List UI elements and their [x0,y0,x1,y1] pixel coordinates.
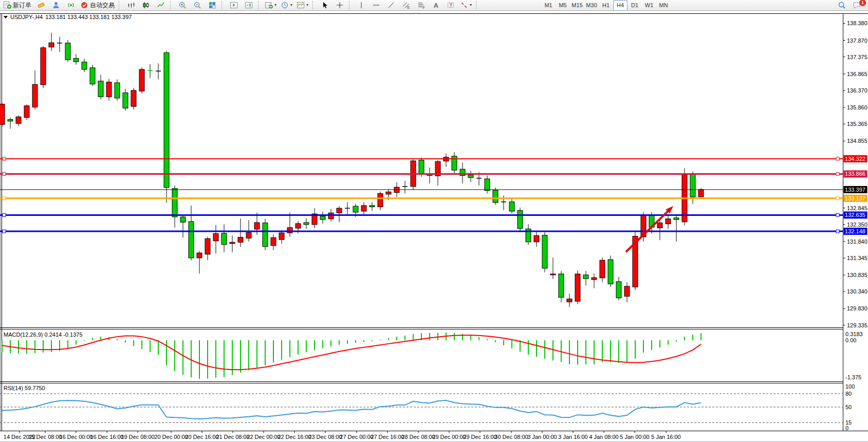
timeframe-M15[interactable]: M15 [570,0,584,11]
macd-values: 0.2414 -0.1375 [44,332,82,338]
templates-button[interactable]: ▾ [294,0,310,11]
toolbar-left: 新订单自动交易▾▾▾EFAT▾M1M5M15M30H1H4D1W1MN [1,0,671,11]
search-icon [838,1,846,9]
person-icon [52,1,60,9]
text-button[interactable]: A [428,0,443,11]
zoom-in-button[interactable] [175,0,190,11]
toolbar-separator [258,1,261,9]
chart-bar-icon [127,1,135,9]
community-button[interactable] [48,0,63,11]
new-chart-button[interactable]: ▾ [263,0,279,11]
chat-button[interactable]: 1 [849,0,864,11]
fibo-icon: F [417,1,425,9]
svg-text:129.335: 129.335 [847,322,867,328]
new-order-button[interactable]: 新订单 [1,0,33,11]
template-icon [297,1,305,9]
toolbar-separator [170,1,173,9]
marker-icon [37,1,45,9]
svg-text:131.840: 131.840 [847,238,867,245]
timeframe-M5[interactable]: M5 [556,0,570,11]
toolbar-separator [119,1,121,9]
chart-canvas[interactable]: 138.380137.870137.375136.865136.370135.8… [0,11,868,442]
vline-icon [357,1,365,9]
svg-text:132.635: 132.635 [845,212,865,218]
svg-text:23 Dec 08:00: 23 Dec 08:00 [308,434,342,440]
svg-text:129.830: 129.830 [847,305,867,311]
periods-button[interactable]: ▾ [279,0,294,11]
svg-text:50: 50 [845,404,852,410]
chart-title: USDJPY-,H4 133.181 133.443 133.181 133.3… [4,14,132,20]
svg-text:0.3183: 0.3183 [845,331,863,337]
symbol-dropdown-icon[interactable] [4,16,8,19]
trendline-button[interactable] [383,0,398,11]
svg-text:16 Dec 00:00: 16 Dec 00:00 [59,434,93,440]
timeframe-toolbar: M1M5M15M30H1H4D1W1MN [541,0,671,11]
svg-text:0: 0 [845,425,848,431]
svg-text:137.870: 137.870 [847,38,867,44]
svg-text:100: 100 [845,383,855,390]
macd-name: MACD(12,26,9) [4,332,43,338]
trendline-icon [387,1,395,9]
svg-text:29 Dec 00:00: 29 Dec 00:00 [432,434,466,440]
marker-button[interactable] [33,0,48,11]
svg-text:0.00: 0.00 [845,337,856,343]
notification-badge: 1 [859,0,866,7]
tile-windows-button[interactable] [205,0,219,11]
toolbar-separator [312,1,315,9]
candle-chart-button[interactable] [138,0,153,11]
chart-shift-button[interactable] [241,0,256,11]
timeframe-M1[interactable]: M1 [541,0,556,11]
toolbar-separator [221,1,224,9]
svg-text:3 Jan 00:00: 3 Jan 00:00 [527,434,557,440]
ohlc-values: 133.181 133.443 133.181 133.397 [45,14,132,20]
cursor-button[interactable] [317,0,332,11]
search-button[interactable] [834,0,849,11]
signals-button[interactable] [63,0,78,11]
svg-text:22 Dec 00:00: 22 Dec 00:00 [247,434,280,440]
timeframe-H4[interactable]: H4 [613,0,627,11]
chart-line-icon [157,1,165,9]
hline-icon [372,1,380,9]
svg-text:80: 80 [845,391,852,397]
clock-icon [281,1,289,9]
arrows-button[interactable]: ▾ [458,0,474,11]
label-icon: T [447,1,455,9]
chart-window[interactable]: 138.380137.870137.375136.865136.370135.8… [0,11,868,442]
auto-scroll-button[interactable] [226,0,241,11]
bar-chart-button[interactable] [123,0,138,11]
symbol-period: USDJPY-,H4 [10,14,43,20]
timeframe-H1[interactable]: H1 [599,0,613,11]
channel-button[interactable]: E [398,0,413,11]
signal-icon [67,1,75,9]
svg-text:30 Dec 08:00: 30 Dec 08:00 [494,434,528,440]
toolbar-separator [349,1,352,9]
autotrading-button[interactable]: 自动交易 [78,0,117,11]
new-order-icon [3,1,11,9]
zoom-in-icon [178,1,187,9]
crosshair-button[interactable] [332,0,347,11]
svg-text:138.380: 138.380 [847,20,867,26]
timeframe-D1[interactable]: D1 [627,0,642,11]
timeframe-W1[interactable]: W1 [642,0,656,11]
fibonacci-button[interactable]: F [413,0,428,11]
svg-text:132.845: 132.845 [847,205,867,211]
toolbar: 新订单自动交易▾▾▾EFAT▾M1M5M15M30H1H4D1W1MN 1 [0,0,868,11]
zoom-out-button[interactable] [190,0,205,11]
svg-text:134.322: 134.322 [845,156,865,162]
svg-text:137.375: 137.375 [847,54,867,60]
tiles-icon [208,1,216,9]
autotrade-icon [80,1,88,9]
vertical-line-button[interactable] [354,0,368,11]
line-chart-button[interactable] [153,0,168,11]
zoom-out-icon [193,1,201,9]
svg-text:15 Dec 08:00: 15 Dec 08:00 [28,434,62,440]
toolbar-separator [476,1,478,9]
svg-text:19 Dec 08:00: 19 Dec 08:00 [121,434,154,440]
horizontal-line-button[interactable] [368,0,383,11]
text-label-button[interactable]: T [443,0,458,11]
svg-text:5 Jan 00:00: 5 Jan 00:00 [620,434,650,440]
timeframe-MN[interactable]: MN [656,0,671,11]
svg-text:22 Dec 16:00: 22 Dec 16:00 [278,434,311,440]
timeframe-M30[interactable]: M30 [584,0,599,11]
arrows-icon [460,1,468,9]
